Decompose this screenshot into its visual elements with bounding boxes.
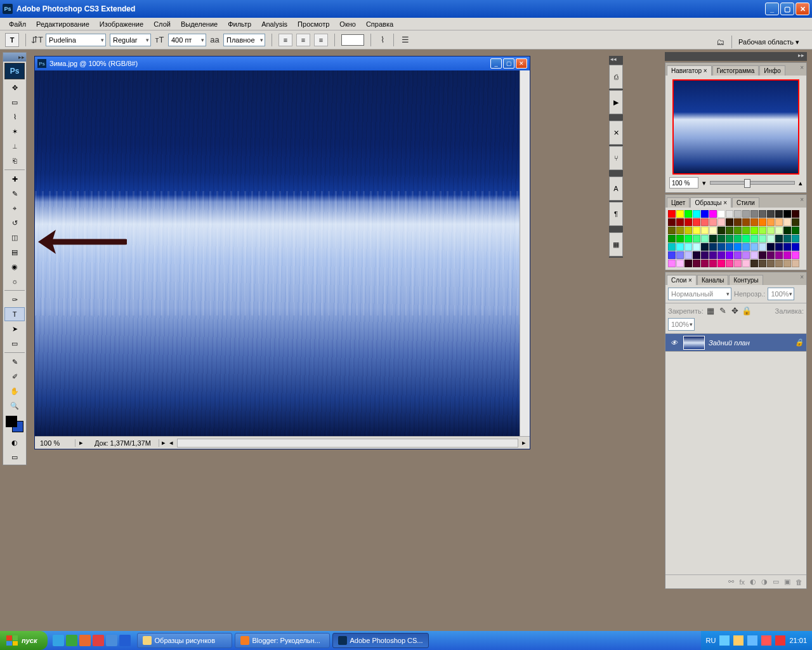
layer-row[interactable]: 👁Задний план🔒 [665, 334, 806, 352]
swatch[interactable] [750, 210, 758, 218]
swatch[interactable] [709, 227, 717, 234]
character-panel-button[interactable]: ☰ [400, 35, 410, 44]
swatch[interactable] [717, 218, 725, 226]
ql-desktop-icon[interactable] [119, 635, 131, 646]
blend-mode-dropdown[interactable]: Нормальный [668, 288, 731, 300]
start-button[interactable]: пуск [0, 631, 48, 650]
menu-справка[interactable]: Справка [361, 19, 398, 29]
swatch[interactable] [742, 260, 750, 267]
swatch[interactable] [767, 260, 775, 267]
tray-icon-5[interactable] [775, 635, 785, 646]
menu-редактирование[interactable]: Редактирование [31, 19, 95, 29]
healing-tool[interactable]: ✚ [4, 172, 25, 186]
swatch[interactable] [759, 251, 766, 259]
tab-каналы[interactable]: Каналы [697, 275, 729, 285]
swatches-close-icon[interactable]: × [800, 196, 804, 203]
font-family-dropdown[interactable]: Pudelina [46, 34, 106, 46]
swatch[interactable] [783, 251, 791, 259]
swatch[interactable] [759, 235, 766, 242]
swatch[interactable] [792, 251, 799, 259]
swatch[interactable] [668, 227, 676, 234]
window-minimize-button[interactable]: _ [765, 3, 779, 15]
swatch[interactable] [701, 210, 709, 218]
swatch[interactable] [676, 251, 684, 259]
layers-close-icon[interactable]: × [800, 274, 804, 281]
brush-tool[interactable]: ✎ [4, 187, 25, 201]
zoom-field[interactable]: 100 % [37, 439, 75, 447]
swatch[interactable] [676, 235, 684, 242]
shape-tool[interactable]: ▭ [4, 336, 25, 350]
swatch[interactable] [775, 210, 783, 218]
swatch[interactable] [709, 218, 717, 226]
foreground-color[interactable] [6, 416, 17, 427]
swatch[interactable] [742, 243, 750, 251]
dock-icon-3[interactable]: ✕ [609, 121, 623, 145]
swatch[interactable] [668, 218, 676, 226]
swatch[interactable] [767, 235, 775, 242]
dock-icon-7[interactable]: ▦ [609, 232, 623, 256]
swatch[interactable] [684, 227, 692, 234]
menu-изображение[interactable]: Изображение [95, 19, 148, 29]
menu-фильтр[interactable]: Фильтр [223, 19, 256, 29]
layer-thumbnail[interactable] [683, 336, 705, 350]
tray-icon-3[interactable] [747, 635, 757, 646]
swatch[interactable] [693, 251, 700, 259]
swatch[interactable] [792, 210, 799, 218]
layer-group-icon[interactable]: ▭ [773, 578, 779, 586]
font-style-dropdown[interactable]: Regular [110, 34, 151, 46]
swatch[interactable] [676, 260, 684, 267]
lasso-tool[interactable]: ⌇ [4, 110, 25, 124]
wand-tool[interactable]: ✶ [4, 124, 25, 138]
swatch[interactable] [701, 235, 709, 242]
zoom-tool[interactable]: 🔍 [4, 399, 25, 413]
taskbar-task[interactable]: Образцы рисунков [137, 633, 232, 648]
swatch[interactable] [709, 243, 717, 251]
swatch[interactable] [709, 210, 717, 218]
tab-контуры[interactable]: Контуры [729, 275, 763, 285]
toolbox-header[interactable]: ▸▸ [3, 53, 26, 62]
vertical-scrollbar[interactable] [520, 70, 530, 436]
swatch[interactable] [767, 243, 775, 251]
lock-all-icon[interactable]: 🔒 [742, 306, 752, 315]
navigator-zoom-slider[interactable] [710, 181, 795, 185]
swatch[interactable] [750, 243, 758, 251]
swatch[interactable] [734, 218, 742, 226]
swatch[interactable] [734, 227, 742, 234]
swatch[interactable] [684, 210, 692, 218]
swatch[interactable] [684, 235, 692, 242]
swatch[interactable] [701, 260, 709, 267]
bridge-icon[interactable]: 🗂 [716, 37, 725, 47]
swatch[interactable] [684, 218, 692, 226]
swatch[interactable] [684, 243, 692, 251]
text-color-swatch[interactable] [341, 34, 364, 46]
swatch[interactable] [775, 235, 783, 242]
clock[interactable]: 21:01 [789, 637, 807, 644]
swatch[interactable] [792, 260, 799, 267]
screenmode-button[interactable]: ▭ [4, 450, 25, 464]
swatch[interactable] [783, 260, 791, 267]
swatch[interactable] [767, 210, 775, 218]
zoom-out-icon[interactable]: ▾ [702, 179, 706, 187]
swatch[interactable] [726, 260, 733, 267]
swatch[interactable] [726, 218, 733, 226]
crop-tool[interactable]: ⟂ [4, 139, 25, 153]
menu-просмотр[interactable]: Просмотр [292, 19, 334, 29]
taskbar-task[interactable]: Adobe Photoshop CS... [332, 633, 429, 648]
swatch[interactable] [684, 251, 692, 259]
menu-окно[interactable]: Окно [334, 19, 361, 29]
swatch[interactable] [717, 227, 725, 234]
layer-mask-icon[interactable]: ◐ [750, 578, 756, 586]
swatch[interactable] [693, 210, 700, 218]
swatch[interactable] [742, 218, 750, 226]
ql-opera-icon[interactable] [93, 635, 104, 646]
swatch[interactable] [709, 235, 717, 242]
dodge-tool[interactable]: ☼ [4, 274, 25, 288]
swatch[interactable] [783, 218, 791, 226]
align-left-button[interactable]: ≡ [278, 34, 292, 46]
swatch[interactable] [792, 243, 799, 251]
font-size-dropdown[interactable]: 400 пт [168, 34, 206, 46]
stamp-tool[interactable]: ⌖ [4, 201, 25, 215]
blur-tool[interactable]: ◉ [4, 260, 25, 274]
text-orientation-button[interactable]: ⇵T [32, 35, 42, 44]
swatch[interactable] [717, 260, 725, 267]
